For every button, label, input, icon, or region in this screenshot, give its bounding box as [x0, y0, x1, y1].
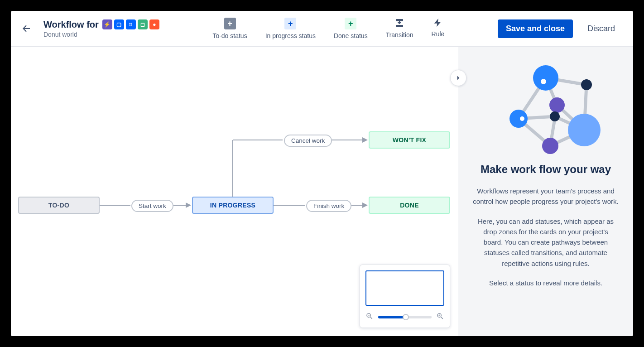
- details-panel: Make work flow your way Workflows repres…: [458, 47, 633, 336]
- square-badge: ▢: [114, 19, 124, 29]
- minimap-viewport[interactable]: [365, 270, 444, 306]
- lightning-icon: [433, 18, 443, 28]
- tool-todo[interactable]: +To-do status: [212, 18, 247, 39]
- svg-marker-4: [186, 202, 191, 208]
- zoom-in-button[interactable]: [436, 312, 444, 322]
- svg-marker-11: [362, 137, 368, 143]
- discard-button[interactable]: Discard: [580, 19, 622, 38]
- bookmark-badge: ◻: [138, 19, 148, 29]
- status-wontfix[interactable]: WON'T FIX: [369, 131, 450, 149]
- transition-finish[interactable]: Finish work: [306, 200, 351, 212]
- zoom-slider[interactable]: [378, 316, 432, 318]
- transition-icon: [394, 18, 405, 29]
- lightning-badge: ⚡: [102, 19, 112, 29]
- tool-inprog[interactable]: +In progress status: [265, 18, 316, 39]
- panel-paragraph-2: Here, you can add statuses, which appear…: [473, 216, 619, 269]
- back-button[interactable]: [14, 17, 38, 40]
- status-inprog[interactable]: IN PROGRESS: [192, 197, 274, 214]
- transition-start[interactable]: Start work: [131, 200, 173, 212]
- svg-rect-1: [396, 25, 403, 27]
- tool-trans[interactable]: Transition: [386, 18, 413, 39]
- link-badge: ⌗: [126, 19, 136, 29]
- svg-point-29: [550, 111, 560, 121]
- plus-icon: +: [345, 18, 356, 29]
- tool-label: Done status: [334, 32, 368, 39]
- transition-cancel[interactable]: Cancel work: [284, 135, 332, 147]
- arrow-left-icon: [21, 23, 32, 34]
- tool-label: Transition: [386, 31, 413, 39]
- svg-point-28: [520, 116, 524, 121]
- workflow-canvas[interactable]: TO-DOIN PROGRESSDONEWON'T FIXStart workF…: [11, 47, 458, 336]
- svg-point-27: [509, 110, 528, 128]
- record-badge: ●: [149, 19, 159, 29]
- panel-paragraph-3: Select a status to reveal more details.: [489, 278, 602, 288]
- svg-point-25: [581, 79, 592, 90]
- status-todo[interactable]: TO-DO: [18, 197, 100, 214]
- plus-icon: +: [224, 18, 236, 29]
- graph-illustration: [487, 60, 605, 159]
- save-button[interactable]: Save and close: [498, 19, 573, 38]
- zoom-in-icon: [436, 312, 444, 320]
- tool-done[interactable]: +Done status: [334, 18, 368, 39]
- chevron-right-icon: [454, 74, 462, 82]
- zoom-out-button[interactable]: [365, 312, 374, 322]
- tool-label: In progress status: [265, 32, 316, 39]
- svg-point-31: [542, 138, 558, 154]
- panel-collapse-button[interactable]: [450, 70, 466, 86]
- tool-rule[interactable]: Rule: [432, 18, 445, 39]
- page-title-block: Workflow for ⚡▢⌗◻● Donut world: [43, 19, 159, 38]
- panel-title: Make work flow your way: [481, 163, 611, 176]
- panel-paragraph-1: Workflows represent your team's process …: [473, 186, 619, 207]
- minimap: [360, 265, 450, 328]
- plus-icon: +: [284, 18, 296, 29]
- page-title-prefix: Workflow for: [43, 19, 99, 30]
- svg-point-22: [533, 65, 558, 91]
- tool-label: To-do status: [212, 32, 247, 39]
- svg-point-26: [549, 97, 565, 113]
- zoom-out-icon: [365, 312, 374, 320]
- tool-label: Rule: [432, 30, 445, 38]
- svg-marker-7: [362, 202, 368, 208]
- svg-point-24: [541, 79, 546, 84]
- status-done[interactable]: DONE: [369, 197, 450, 214]
- svg-point-30: [568, 114, 601, 146]
- page-subtitle: Donut world: [43, 31, 159, 38]
